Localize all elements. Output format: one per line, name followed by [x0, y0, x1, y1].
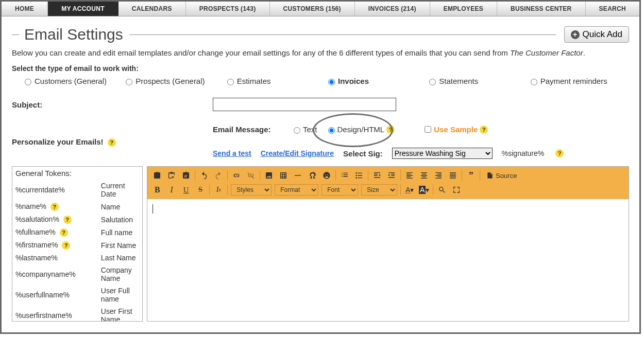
- nav-customers[interactable]: CUSTOMERS (156): [270, 2, 355, 16]
- align-center-icon[interactable]: [418, 170, 430, 181]
- help-icon[interactable]: ?: [62, 241, 70, 250]
- nav-invoices[interactable]: INVOICES (214): [355, 2, 430, 16]
- token-key: %lastname%: [12, 252, 98, 264]
- token-row[interactable]: %firstname% ?First Name: [12, 239, 142, 252]
- top-nav: HOME MY ACCOUNT CALENDARS PROSPECTS (143…: [2, 2, 639, 16]
- align-right-icon[interactable]: [433, 170, 444, 181]
- bg-color-icon[interactable]: A▾: [418, 184, 430, 196]
- help-icon[interactable]: ?: [108, 138, 116, 147]
- table-icon[interactable]: [278, 170, 289, 181]
- subject-label: Subject:: [12, 100, 208, 109]
- nav-calendars[interactable]: CALENDARS: [118, 2, 186, 16]
- token-key: %companyname%: [12, 264, 98, 285]
- page-title: Email Settings: [24, 26, 123, 43]
- header-rule-left: [12, 34, 19, 35]
- svg-point-1: [356, 175, 358, 176]
- token-desc: First Name: [98, 239, 142, 252]
- token-row[interactable]: %name% ?Name: [12, 200, 142, 213]
- quick-add-label: Quick Add: [583, 29, 623, 40]
- personalize-label: Personalize your Emails! ?: [12, 137, 208, 147]
- font-select[interactable]: Font: [321, 184, 358, 196]
- header-rule-right: [129, 34, 556, 35]
- format-text[interactable]: Text: [291, 125, 317, 134]
- emoji-icon[interactable]: [321, 170, 332, 181]
- help-icon[interactable]: ?: [480, 126, 488, 134]
- nav-home[interactable]: HOME: [2, 2, 48, 16]
- styles-select[interactable]: Styles: [231, 184, 272, 196]
- help-icon[interactable]: ?: [63, 216, 72, 224]
- token-row[interactable]: %salutation% ?Salutation: [12, 213, 142, 226]
- signature-select[interactable]: Pressure Washing Sig: [392, 148, 493, 159]
- subject-input[interactable]: [213, 98, 396, 111]
- type-reminders[interactable]: Payment reminders: [528, 77, 619, 85]
- svg-point-2: [356, 177, 358, 179]
- find-icon[interactable]: [436, 184, 448, 196]
- send-test-link[interactable]: Send a test: [213, 149, 251, 157]
- token-row[interactable]: %lastname%Last Name: [12, 252, 142, 264]
- select-sig-label: Select Sig:: [343, 149, 383, 158]
- bold-button[interactable]: B: [151, 184, 163, 196]
- bullet-list-icon[interactable]: [353, 170, 365, 181]
- tokens-header: General Tokens:: [12, 167, 142, 180]
- page-header: Email Settings + Quick Add: [2, 16, 639, 48]
- help-icon[interactable]: ?: [386, 126, 395, 134]
- text-color-icon[interactable]: A▾: [404, 184, 415, 196]
- indent-icon[interactable]: [386, 170, 397, 181]
- use-sample-checkbox[interactable]: Use Sample ?: [422, 125, 488, 134]
- nav-my-account[interactable]: MY ACCOUNT: [48, 2, 118, 16]
- token-row[interactable]: %fullname% ?Full name: [12, 226, 142, 239]
- token-row[interactable]: %userfirstname%User First Name: [12, 305, 142, 322]
- maximize-icon[interactable]: [451, 184, 462, 196]
- outdent-icon[interactable]: [371, 170, 383, 181]
- signature-token: %signature%: [502, 149, 545, 157]
- align-left-icon[interactable]: [404, 170, 415, 181]
- token-row[interactable]: %companyname%Company Name: [12, 264, 142, 285]
- token-row[interactable]: %userfullname%User Full name: [12, 285, 142, 305]
- type-invoices[interactable]: Invoices: [326, 77, 416, 85]
- help-icon[interactable]: ?: [555, 149, 564, 157]
- email-type-label: Select the type of email to work with:: [2, 64, 639, 77]
- paste-word-icon[interactable]: [180, 170, 192, 181]
- underline-button[interactable]: U: [180, 184, 192, 196]
- paste-icon[interactable]: [151, 170, 163, 181]
- size-select[interactable]: Size: [361, 184, 397, 196]
- help-icon[interactable]: ?: [50, 203, 59, 211]
- signature-row: Send a test Create/Edit Signature Select…: [213, 145, 629, 159]
- type-customers[interactable]: Customers (General): [22, 77, 113, 85]
- type-estimates[interactable]: Estimates: [225, 77, 315, 85]
- strike-button[interactable]: S: [195, 184, 206, 196]
- paste-text-icon[interactable]: [166, 170, 177, 181]
- blockquote-icon[interactable]: ”: [465, 170, 477, 181]
- nav-prospects[interactable]: PROSPECTS (143): [186, 2, 270, 16]
- link-icon[interactable]: [231, 170, 242, 181]
- email-message-label: Email Message:: [213, 125, 283, 134]
- token-desc: User Full name: [98, 285, 142, 305]
- special-char-icon[interactable]: [307, 170, 318, 181]
- edit-signature-link[interactable]: Create/Edit Signature: [261, 149, 334, 157]
- nav-employees[interactable]: EMPLOYEES: [430, 2, 497, 16]
- horizontal-rule-icon[interactable]: [292, 170, 303, 181]
- unlink-icon[interactable]: [245, 170, 257, 181]
- tokens-table: %currentdate%Current Date%name% ?Name%sa…: [12, 180, 142, 322]
- numbered-list-icon[interactable]: [339, 170, 350, 181]
- format-select[interactable]: Format: [275, 184, 318, 196]
- redo-icon[interactable]: [213, 170, 224, 181]
- nav-search[interactable]: SEARCH: [586, 2, 639, 16]
- type-prospects[interactable]: Prospects (General): [123, 77, 214, 85]
- text-caret: [152, 204, 153, 214]
- remove-format-icon[interactable]: Ix: [213, 184, 224, 196]
- help-icon[interactable]: ?: [60, 228, 68, 237]
- token-key: %currentdate%: [12, 180, 98, 200]
- undo-icon[interactable]: [198, 170, 210, 181]
- italic-button[interactable]: I: [166, 184, 177, 196]
- token-row[interactable]: %currentdate%Current Date: [12, 180, 142, 200]
- tokens-panel[interactable]: General Tokens: %currentdate%Current Dat…: [12, 166, 143, 322]
- type-statements[interactable]: Statements: [427, 77, 517, 85]
- source-button[interactable]: Source: [483, 170, 520, 181]
- nav-business-center[interactable]: BUSINESS CENTER: [497, 2, 585, 16]
- editor-content[interactable]: [147, 199, 629, 321]
- align-justify-icon[interactable]: [447, 170, 459, 181]
- quick-add-button[interactable]: + Quick Add: [564, 26, 630, 43]
- image-icon[interactable]: [263, 170, 275, 181]
- format-html[interactable]: Design/HTML ?: [326, 125, 395, 134]
